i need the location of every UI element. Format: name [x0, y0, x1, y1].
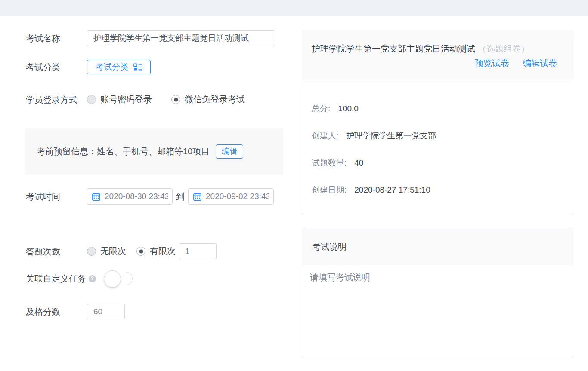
exam-name-label: 考试名称	[26, 33, 87, 43]
radio-unlimited-label: 无限次	[100, 245, 126, 257]
exam-category-row: 考试分类 考试分类	[26, 60, 151, 74]
exam-end-time-input[interactable]: 2020-09-02 23:43:	[188, 188, 274, 205]
radio-limited-attempts[interactable]: 有限次	[136, 245, 176, 257]
preview-paper-link[interactable]: 预览试卷	[475, 58, 509, 69]
radio-account-login-label: 账号密码登录	[100, 94, 152, 105]
exam-description-panel: 考试说明	[302, 228, 573, 358]
paper-info-panel: 护理学院学生第一党支部主题党日活动测试（选题组卷） 预览试卷 编辑试卷 总分: …	[302, 30, 573, 215]
attempts-count-input[interactable]	[179, 243, 217, 259]
pre-exam-info-text: 考前预留信息：姓名、手机号、邮箱等10项目	[37, 146, 210, 157]
custom-task-label: 关联自定义任务	[26, 273, 86, 284]
login-method-row: 学员登录方式 账号密码登录 微信免登录考试	[26, 94, 245, 105]
calendar-icon	[92, 192, 101, 201]
paper-title: 护理学院学生第一党支部主题党日活动测试	[312, 44, 475, 53]
total-score-row: 总分: 100.0	[312, 103, 563, 114]
paper-info-body: 总分: 100.0 创建人: 护理学院学生第一党支部 试题数量: 40 创建日期…	[302, 80, 573, 196]
radio-wechat-login-label: 微信免登录考试	[185, 94, 245, 105]
exam-time-label: 考试时间	[26, 191, 87, 202]
top-bar	[0, 0, 588, 16]
exam-time-row: 考试时间 2020-08-30 23:43: 到	[26, 188, 274, 205]
exam-category-button[interactable]: 考试分类	[87, 60, 151, 74]
exam-end-time-value: 2020-09-02 23:43:	[206, 192, 269, 201]
login-method-label: 学员登录方式	[26, 95, 87, 105]
exam-description-textarea[interactable]	[310, 272, 565, 351]
exam-category-button-label: 考试分类	[96, 61, 128, 73]
attempts-row: 答题次数 无限次 有限次	[26, 243, 217, 259]
exam-description-header: 考试说明	[302, 228, 573, 265]
paper-info-header: 护理学院学生第一党支部主题党日活动测试（选题组卷） 预览试卷 编辑试卷	[302, 30, 573, 80]
exam-settings-page: 考试名称 考试分类 考试分类 学员登录方式 账号密码登录	[0, 0, 588, 371]
question-count-row: 试题数量: 40	[312, 157, 563, 169]
exam-name-row: 考试名称	[26, 30, 275, 46]
question-mark-icon[interactable]: ?	[89, 275, 96, 282]
creator-label: 创建人:	[312, 130, 338, 141]
custom-task-toggle[interactable]	[104, 272, 133, 285]
exam-description-body	[302, 265, 573, 358]
question-count-value: 40	[354, 158, 363, 168]
time-range-separator: 到	[176, 191, 185, 202]
paper-subtitle: （选题组卷）	[478, 44, 529, 53]
link-divider	[516, 59, 516, 67]
radio-wechat-login[interactable]: 微信免登录考试	[171, 94, 245, 105]
pass-score-input[interactable]	[87, 304, 125, 319]
calendar-icon	[193, 192, 202, 201]
edit-pre-exam-info-button[interactable]: 编辑	[216, 144, 243, 159]
exam-start-time-value: 2020-08-30 23:43:	[105, 192, 168, 201]
category-icon	[133, 63, 142, 71]
pass-score-row: 及格分数	[26, 304, 125, 319]
exam-start-time-input[interactable]: 2020-08-30 23:43:	[87, 188, 173, 205]
exam-description-title: 考试说明	[312, 242, 347, 251]
exam-name-input[interactable]	[87, 30, 275, 46]
created-date-value: 2020-08-27 17:51:10	[354, 185, 430, 195]
radio-account-login[interactable]: 账号密码登录	[87, 94, 152, 105]
edit-paper-link[interactable]: 编辑试卷	[523, 58, 557, 69]
total-score-label: 总分:	[312, 103, 330, 114]
total-score-value: 100.0	[338, 104, 359, 113]
creator-row: 创建人: 护理学院学生第一党支部	[312, 130, 563, 141]
created-date-row: 创建日期: 2020-08-27 17:51:10	[312, 184, 563, 196]
attempts-label: 答题次数	[26, 246, 87, 257]
pass-score-label: 及格分数	[26, 307, 87, 317]
radio-circle-unchecked[interactable]	[87, 95, 96, 104]
pre-exam-info-box: 考前预留信息：姓名、手机号、邮箱等10项目 编辑	[25, 128, 283, 175]
radio-circle-unchecked[interactable]	[87, 247, 96, 256]
created-date-label: 创建日期:	[312, 184, 347, 196]
radio-circle-checked[interactable]	[136, 247, 145, 256]
radio-unlimited-attempts[interactable]: 无限次	[87, 245, 126, 257]
creator-value: 护理学院学生第一党支部	[346, 130, 436, 141]
toggle-knob	[104, 270, 121, 288]
radio-limited-label: 有限次	[150, 245, 176, 257]
custom-task-row: 关联自定义任务 ?	[26, 272, 133, 285]
question-count-label: 试题数量:	[312, 157, 347, 169]
radio-circle-checked[interactable]	[171, 95, 180, 104]
exam-category-label: 考试分类	[26, 62, 87, 72]
